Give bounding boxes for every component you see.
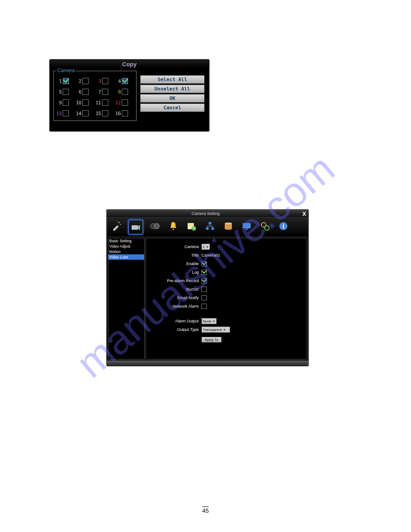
camera-checkbox-16[interactable]: 16 [115,110,134,116]
alarm-output-select[interactable]: None▼ [201,318,217,324]
camera-checkbox-2[interactable]: 2 [75,78,95,84]
svg-rect-14 [243,223,251,228]
close-icon[interactable]: X [302,210,306,217]
system-icon[interactable] [258,219,272,233]
camera-checkbox-9[interactable]: 9 [56,99,75,106]
camera-checkbox-5[interactable]: 5 [56,89,75,95]
camera-checkbox-13[interactable]: 13 [56,110,75,116]
svg-point-1 [120,224,121,225]
copy-dialog-title: Copy [50,60,209,68]
log-label: Log [150,270,201,275]
camera-checkbox-6[interactable]: 6 [75,89,95,95]
record-icon[interactable] [148,219,162,233]
sidebar-item-video-adjust[interactable]: Video Adjust [108,244,144,249]
svg-marker-4 [138,225,140,230]
title-value: Camera01 [201,253,220,257]
svg-rect-10 [209,222,211,224]
svg-rect-15 [245,229,248,230]
status-bar [107,360,308,366]
svg-point-17 [265,226,269,230]
select-all-button[interactable]: Select All [140,75,205,84]
buzzer-checkbox[interactable] [201,287,207,292]
schedule-icon[interactable] [185,219,198,233]
buzzer-label: Buzzer [150,287,201,292]
enable-checkbox[interactable] [201,261,207,266]
storage-icon[interactable] [222,219,235,233]
enable-label: Enable [150,262,201,266]
svg-rect-3 [132,225,138,230]
svg-rect-12 [211,227,214,230]
camera-setting-dialog: Camera Setting X i Basic SettingVideo Ad… [106,209,309,366]
prealarm-label: Pre-alarm Record [150,279,201,283]
sidebar-item-basic-setting[interactable]: Basic Setting [108,238,144,244]
sidebar-item-motion[interactable]: Motion [108,249,144,254]
network-icon[interactable] [203,219,217,233]
sidebar-item-video-loss[interactable]: Video Loss [108,254,144,260]
output-type-label: Output Type [150,327,201,332]
camera-setting-title: Camera Setting [192,211,220,216]
unselect-all-button[interactable]: Unselect All [140,85,205,93]
camera-group: Camera 12345678910111213141516 [53,71,137,121]
title-field-label: Title [150,253,201,257]
copy-dialog: Copy Camera 12345678910111213141516 Sele… [49,59,210,132]
camera-checkbox-8[interactable]: 8 [115,89,134,95]
alarm-output-label: Alarm Output [150,319,201,323]
page-number: 45 [0,506,411,514]
camera-checkbox-4[interactable]: 4 [115,78,134,84]
camera-checkbox-10[interactable]: 10 [75,99,95,106]
side-menu: Basic SettingVideo AdjustMotionVideo Los… [108,238,145,360]
network-checkbox[interactable] [201,304,207,309]
camera-icon[interactable] [128,219,143,235]
camera-checkbox-15[interactable]: 15 [95,110,115,116]
network-label: Network Alarm [150,304,201,309]
info-icon[interactable]: i [277,219,290,233]
camera-checkbox-1[interactable]: 1 [56,78,75,84]
svg-point-6 [154,223,159,229]
form-area: Camera 1▼ Title Camera01 Enable Log Pre-… [146,238,307,360]
svg-text:i: i [283,223,284,230]
camera-checkbox-11[interactable]: 11 [95,99,115,106]
svg-point-0 [119,222,120,223]
svg-rect-11 [206,227,209,230]
display-icon[interactable] [240,219,253,233]
output-type-select[interactable]: Transparent▼ [201,326,230,333]
toolbar: i [107,217,308,237]
camera-checkbox-12[interactable]: 12 [115,99,134,106]
alarm-icon[interactable] [167,219,180,233]
svg-point-13 [225,223,232,224]
prealarm-checkbox[interactable] [201,278,207,283]
apply-to-button[interactable]: Apply To [201,337,222,343]
camera-field-label: Camera [150,245,201,249]
camera-checkbox-3[interactable]: 3 [95,78,115,84]
wizard-icon[interactable] [110,219,123,233]
email-label: Email Notify [150,296,201,300]
ok-button[interactable]: OK [140,94,205,103]
svg-point-7 [172,228,174,230]
svg-point-2 [117,221,118,222]
camera-select[interactable]: 1▼ [201,244,210,250]
log-checkbox[interactable] [201,270,207,275]
camera-checkbox-7[interactable]: 7 [95,89,115,95]
camera-checkbox-14[interactable]: 14 [75,110,95,116]
cancel-button[interactable]: Cancel [140,103,205,112]
email-checkbox[interactable] [201,295,207,300]
camera-group-label: Camera [56,68,76,73]
